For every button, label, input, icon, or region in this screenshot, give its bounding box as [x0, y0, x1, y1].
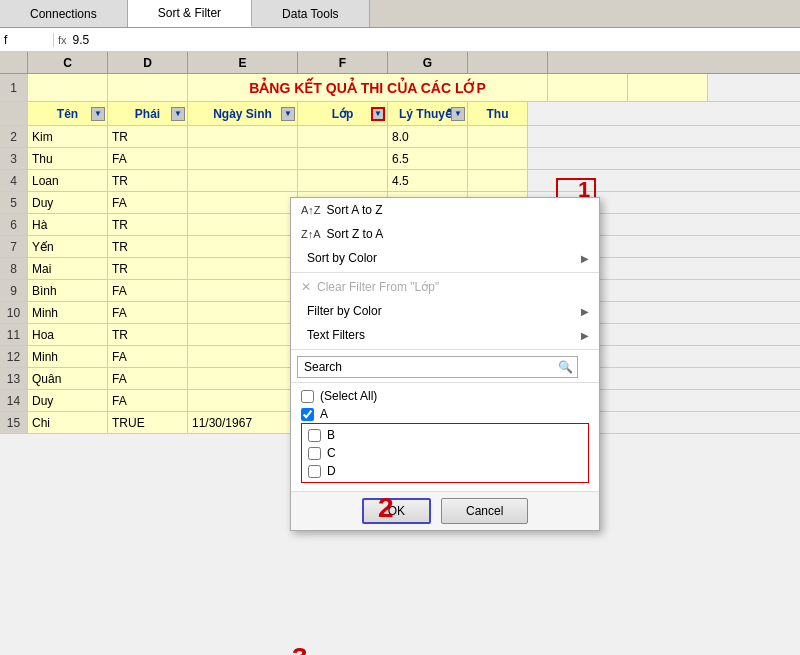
annotation-3: 3: [292, 642, 308, 655]
col-header-g: G: [388, 52, 468, 73]
title-row: 1 BẢNG KẾT QUẢ THI CỦA CÁC LỚP: [0, 74, 800, 102]
clear-filter-item: ✕ Clear Filter From "Lớp": [291, 275, 599, 299]
header-ten: Tên ▼: [28, 102, 108, 125]
filter-color-item[interactable]: Filter by Color ▶: [291, 299, 599, 323]
ribbon-tab-data-tools[interactable]: Data Tools: [252, 0, 369, 27]
ribbon-tab-connections[interactable]: Connections: [0, 0, 128, 27]
cell-reference: f: [4, 33, 54, 47]
annotation-2: 2: [378, 492, 394, 524]
header-thu: Thu: [468, 102, 528, 125]
header-phai: Phái ▼: [108, 102, 188, 125]
cell-g1: [548, 74, 628, 101]
filter-dropdown: A↑Z Sort A to Z Z↑A Sort Z to A Sort by …: [290, 197, 600, 531]
checkbox-list: (Select All) A B C D: [291, 383, 599, 491]
header-ly-thuyet: Lý Thuyết ▼: [388, 102, 468, 125]
col-header-f: F: [298, 52, 388, 73]
sort-az-item[interactable]: A↑Z Sort A to Z: [291, 198, 599, 222]
checkbox-select-all[interactable]: (Select All): [297, 387, 593, 405]
text-filters-item[interactable]: Text Filters ▶: [291, 323, 599, 347]
checkbox-d-input[interactable]: [308, 465, 321, 478]
checkbox-a-item[interactable]: A: [297, 405, 593, 423]
ribbon: Connections Sort & Filter Data Tools: [0, 0, 800, 28]
menu-separator: [291, 272, 599, 273]
col-header-row-num: [0, 52, 28, 73]
header-lop: Lớp ▼: [298, 102, 388, 125]
search-input[interactable]: [297, 356, 578, 378]
cell-c1: [28, 74, 108, 101]
cell-date: [188, 126, 298, 147]
ribbon-tab-sort-filter[interactable]: Sort & Filter: [128, 0, 252, 27]
arrow-icon: ▶: [581, 253, 589, 264]
cell-h1: [628, 74, 708, 101]
checkbox-a-input[interactable]: [301, 408, 314, 421]
sort-az-icon: A↑Z: [301, 204, 321, 216]
col-header-h: [468, 52, 548, 73]
clear-filter-icon: ✕: [301, 280, 311, 294]
col-header-c: C: [28, 52, 108, 73]
sort-za-item[interactable]: Z↑A Sort Z to A: [291, 222, 599, 246]
checkbox-d-item[interactable]: D: [304, 462, 586, 480]
checkbox-b-input[interactable]: [308, 429, 321, 442]
cell-d1: [108, 74, 188, 101]
ok-button[interactable]: OK: [362, 498, 431, 524]
search-container: 🔍: [291, 352, 599, 383]
checkbox-c-item[interactable]: C: [304, 444, 586, 462]
table-row: 2 Kim TR 8.0: [0, 126, 800, 148]
header-ngay-sinh: Ngày Sinh ▼: [188, 102, 298, 125]
arrow-icon-2: ▶: [581, 306, 589, 317]
cell-ly-thuyet: 8.0: [388, 126, 468, 147]
table-row: 3 Thu FA 6.5: [0, 148, 800, 170]
col-header-d: D: [108, 52, 188, 73]
formula-bar: f fx 9.5: [0, 28, 800, 52]
function-icon: fx: [58, 34, 67, 46]
checkbox-select-all-input[interactable]: [301, 390, 314, 403]
filter-arrow-ly-thuyet[interactable]: ▼: [451, 107, 465, 121]
sort-color-item[interactable]: Sort by Color ▶: [291, 246, 599, 270]
button-row: OK Cancel: [291, 491, 599, 530]
column-headers: C D E F G: [0, 52, 800, 74]
sort-za-icon: Z↑A: [301, 228, 321, 240]
row-num-1: 1: [0, 74, 28, 101]
search-icon: 🔍: [558, 360, 573, 374]
cell-phai: TR: [108, 126, 188, 147]
formula-value: 9.5: [73, 33, 90, 47]
checkbox-b-item[interactable]: B: [304, 426, 586, 444]
table-row: 4 Loan TR 4.5: [0, 170, 800, 192]
checkbox-group-bcd: B C D: [301, 423, 589, 483]
cancel-button[interactable]: Cancel: [441, 498, 528, 524]
row-num-h: [0, 102, 28, 125]
menu-separator-2: [291, 349, 599, 350]
cell-name: Kim: [28, 126, 108, 147]
cell-thu: [468, 126, 528, 147]
row-num: 2: [0, 126, 28, 147]
filter-arrow-ngay-sinh[interactable]: ▼: [281, 107, 295, 121]
cell-lop: [298, 126, 388, 147]
col-header-e: E: [188, 52, 298, 73]
table-title: BẢNG KẾT QUẢ THI CỦA CÁC LỚP: [188, 74, 548, 101]
arrow-icon-3: ▶: [581, 330, 589, 341]
checkbox-c-input[interactable]: [308, 447, 321, 460]
filter-arrow-lop[interactable]: ▼: [371, 107, 385, 121]
filter-arrow-ten[interactable]: ▼: [91, 107, 105, 121]
filter-arrow-phai[interactable]: ▼: [171, 107, 185, 121]
header-row: Tên ▼ Phái ▼ Ngày Sinh ▼ Lớp ▼ Lý Thuyết…: [0, 102, 800, 126]
spreadsheet-area: C D E F G 1 BẢNG KẾT QUẢ THI CỦA CÁC LỚP…: [0, 52, 800, 655]
